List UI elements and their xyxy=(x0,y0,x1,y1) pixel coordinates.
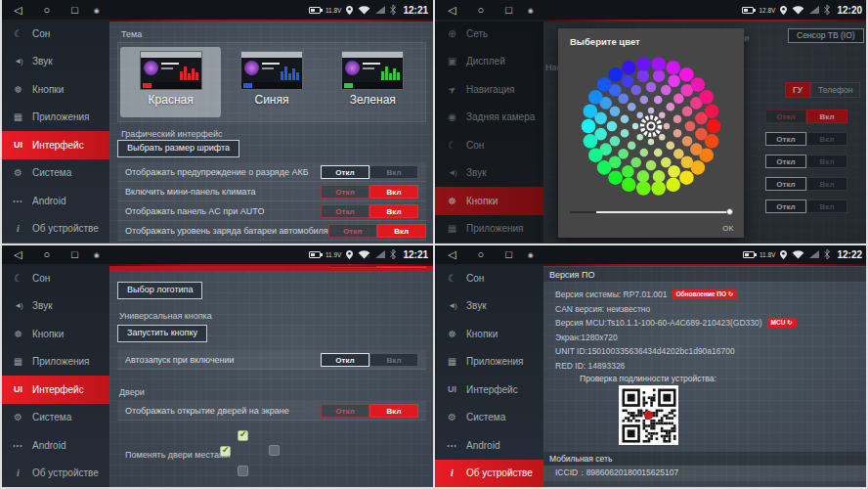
off-button[interactable]: Откл xyxy=(321,353,369,367)
brightness-slider[interactable] xyxy=(570,208,732,216)
update-badge[interactable]: Обновление ПО ↻ xyxy=(672,289,737,299)
font-size-button[interactable]: Выбрать размер шрифта xyxy=(117,140,239,157)
on-button[interactable]: Вкл xyxy=(369,353,418,367)
door-checkbox-right[interactable] xyxy=(269,445,280,456)
color-wheel[interactable] xyxy=(573,52,729,200)
red-divider xyxy=(109,20,434,22)
screenshot-icon[interactable]: ◉ xyxy=(94,251,100,258)
off-button[interactable]: Откл xyxy=(321,185,369,199)
off-button[interactable]: Откл xyxy=(321,165,369,179)
section-software-version: Версия ПО xyxy=(543,267,868,282)
screenshot-icon[interactable]: ◉ xyxy=(528,7,534,14)
sidebar-item[interactable]: ▦Приложения xyxy=(434,348,543,377)
sidebar-item[interactable]: UIИнтерфейс xyxy=(434,376,543,404)
sidebar-item[interactable]: iОб устройстве xyxy=(434,460,543,488)
sidebar-item-label: Android xyxy=(32,440,65,451)
theme-name: Красная xyxy=(149,93,194,107)
sidebar-item[interactable]: •••Android xyxy=(0,187,109,215)
sidebar-item[interactable]: ▦Приложения xyxy=(0,104,109,132)
settings-sidebar: ☾Сон◄)Звук☸Кнопки▦ПриложенияUIИнтерфейс⚙… xyxy=(0,264,109,487)
sidebar-item[interactable]: UIИнтерфейс xyxy=(0,376,109,404)
on-button[interactable]: Вкл xyxy=(369,165,418,179)
screenshot-icon[interactable]: ◉ xyxy=(94,7,100,14)
home-icon[interactable]: ○ xyxy=(43,5,50,16)
sidebar-item[interactable]: UIИнтерфейс xyxy=(0,131,109,159)
wifi-icon xyxy=(792,250,804,259)
verify-label: Проверка подлинности устройства: xyxy=(543,374,753,383)
home-icon[interactable]: ○ xyxy=(477,5,484,16)
section-mobile-network: Мобильная сеть xyxy=(543,452,868,466)
autostart-row: Автозапуск при включении ОтклВкл xyxy=(117,350,426,370)
bluetooth-icon xyxy=(824,249,830,259)
sidebar-item-label: Система xyxy=(466,412,505,422)
on-button[interactable]: Вкл xyxy=(377,224,426,238)
toggle-label: Отображать панель AC при AUTO xyxy=(125,206,265,216)
ok-button[interactable]: OK xyxy=(722,224,734,233)
update-badge[interactable]: MCU ↻ xyxy=(767,318,797,328)
sidebar-item[interactable]: ☸Кнопки xyxy=(0,75,109,104)
on-button[interactable]: Вкл xyxy=(369,185,418,199)
sidebar-item[interactable]: ◄)Звук xyxy=(0,292,109,321)
speaker-icon: ◄) xyxy=(11,301,25,310)
home-icon[interactable]: ○ xyxy=(477,249,484,260)
theme-option[interactable]: Зеленая xyxy=(323,47,423,117)
location-icon xyxy=(346,250,353,259)
back-icon[interactable]: ◁ xyxy=(448,5,456,16)
off-button[interactable]: Откл xyxy=(328,224,377,238)
section-doors: Двери xyxy=(119,387,145,397)
screenshot-icon[interactable]: ◉ xyxy=(528,251,534,258)
sidebar-item[interactable]: ⚙Система xyxy=(0,404,109,432)
toggle-label: Отображать открытие дверей на экране xyxy=(125,406,289,416)
sidebar-item-label: Кнопки xyxy=(466,329,498,339)
on-button[interactable]: Вкл xyxy=(369,204,418,218)
signal-icon xyxy=(375,250,385,258)
back-icon[interactable]: ◁ xyxy=(14,249,22,260)
run-button[interactable]: Запустить кнопку xyxy=(117,325,207,342)
section-theme: Тема xyxy=(121,29,142,39)
clock: 12:22 xyxy=(837,249,862,260)
sidebar-item[interactable]: ☸Кнопки xyxy=(434,320,543,348)
back-icon[interactable]: ◁ xyxy=(448,249,456,260)
off-button[interactable]: Откл xyxy=(321,204,369,218)
door-checkbox-top[interactable] xyxy=(238,430,248,441)
recents-icon[interactable]: □ xyxy=(71,249,78,260)
dots-icon: ••• xyxy=(445,442,459,449)
sidebar-item[interactable]: ☸Кнопки xyxy=(0,320,109,348)
sidebar-item[interactable]: ⚙Система xyxy=(0,159,109,188)
signal-icon xyxy=(375,6,385,14)
sidebar-item[interactable]: ☾Сон xyxy=(434,264,543,292)
door-checkbox-left[interactable] xyxy=(220,446,231,457)
sidebar-item[interactable]: iОб устройстве xyxy=(0,460,109,488)
sidebar-item-label: Интерфейс xyxy=(32,140,84,151)
sidebar-item[interactable]: ☾Сон xyxy=(0,20,109,48)
sidebar-item[interactable]: ▦Приложения xyxy=(0,348,109,377)
screen-about-device: ◁ ○ □ ◉ 11.8V 12:22 ☾Сон◄)Звук☸Кнопки▦Пр… xyxy=(434,244,868,489)
slider-thumb[interactable] xyxy=(726,208,733,215)
door-checkbox-bottom[interactable] xyxy=(238,466,248,476)
sidebar-item[interactable]: ◄)Звук xyxy=(434,292,543,321)
back-icon[interactable]: ◁ xyxy=(14,5,22,16)
info-text: Версия MCU:Ts10.1.1-100-60-A4C689-210423… xyxy=(555,316,762,331)
sidebar-item[interactable]: ⚙Система xyxy=(434,404,543,432)
on-off-toggle: ОтклВкл xyxy=(321,165,418,179)
recents-icon[interactable]: □ xyxy=(505,249,512,260)
on-button[interactable]: Вкл xyxy=(369,404,418,418)
toggle-row: Отображать уровень заряда батареи автомо… xyxy=(117,221,426,241)
off-button[interactable]: Откл xyxy=(321,404,369,418)
home-icon[interactable]: ○ xyxy=(43,249,50,260)
theme-option[interactable]: Красная xyxy=(120,47,221,117)
toggle-label: Автозапуск при включении xyxy=(125,355,235,365)
screen-ui-interface-scrolled: ◁ ○ □ ◉ 11.9V 12:21 ☾Сон◄)Звук☸Кнопки▦Пр… xyxy=(0,244,434,489)
sidebar-item[interactable]: •••Android xyxy=(434,431,543,460)
sidebar-item-label: Звук xyxy=(32,300,53,311)
sidebar-item[interactable]: ◄)Звук xyxy=(0,48,109,76)
theme-option[interactable]: Синяя xyxy=(221,47,322,117)
recents-icon[interactable]: □ xyxy=(71,5,78,16)
sidebar-item[interactable]: •••Android xyxy=(0,431,109,460)
recents-icon[interactable]: □ xyxy=(505,5,512,16)
voltage-label: 11.8V xyxy=(326,7,342,14)
sidebar-item[interactable]: iОб устройстве xyxy=(0,215,109,244)
logo-select-button[interactable]: Выбор логотипа xyxy=(117,282,202,299)
red-divider xyxy=(109,264,434,266)
sidebar-item[interactable]: ☾Сон xyxy=(0,264,109,292)
